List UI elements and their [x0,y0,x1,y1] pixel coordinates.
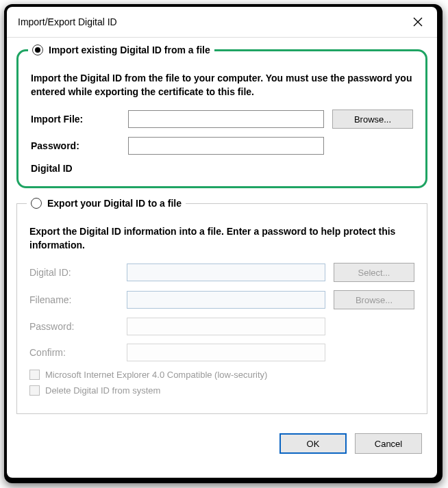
dialog-title: Import/Export Digital ID [18,16,117,27]
compat-checkbox-label: Microsoft Internet Explorer 4.0 Compatib… [45,370,267,380]
export-password-label: Password: [29,321,119,332]
compat-checkbox [29,370,40,380]
delete-checkbox-label: Delete Digital ID from system [45,385,160,396]
import-radio[interactable] [32,44,43,55]
export-password-input [127,318,325,335]
export-select-button: Select... [334,263,414,282]
ok-button[interactable]: OK [279,433,347,454]
dialog-footer: OK Cancel [7,424,437,466]
import-radio-label: Import existing Digital ID from a file [49,44,210,55]
dialog-window: Import/Export Digital ID Import existing… [5,5,438,479]
export-digital-id-input [127,264,325,281]
cancel-button[interactable]: Cancel [355,433,422,454]
export-filename-input [127,291,325,309]
import-description: Import the Digital ID from the file to y… [31,72,413,99]
import-digital-id-label: Digital ID [31,163,413,174]
export-browse-button: Browse... [334,290,414,309]
export-group: Export your Digital ID to a file Export … [16,198,427,414]
export-filename-label: Filename: [29,294,119,305]
export-confirm-label: Confirm: [29,347,119,358]
import-password-label: Password: [31,140,120,151]
title-bar: Import/Export Digital ID [7,7,437,38]
export-radio[interactable] [31,198,42,209]
delete-checkbox [29,385,40,396]
export-radio-label: Export your Digital ID to a file [47,198,182,209]
close-icon[interactable] [408,12,427,31]
export-description: Export the Digital ID information into a… [29,225,414,252]
import-file-label: Import File: [31,114,120,125]
export-confirm-input [127,344,325,361]
import-password-input[interactable] [128,137,324,155]
import-browse-button[interactable]: Browse... [332,110,413,129]
import-file-input[interactable] [128,110,324,128]
import-group: Import existing Digital ID from a file I… [16,44,427,188]
export-digital-id-label: Digital ID: [29,267,119,278]
